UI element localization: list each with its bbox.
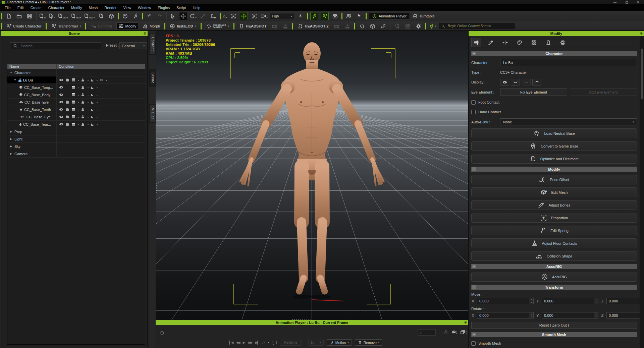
pick-hand-icon[interactable] — [66, 108, 69, 111]
move-x-spinner[interactable]: ▲▼ — [529, 298, 533, 304]
panel-splitter-handle[interactable] — [156, 185, 157, 193]
import-accessory-button[interactable]: A — [48, 13, 55, 19]
rotate-z-input[interactable] — [607, 312, 640, 318]
menu-modify[interactable]: Modify — [68, 6, 85, 10]
lighting-button[interactable]: ☀ — [297, 12, 305, 20]
menu-plugins[interactable]: Plugins — [154, 6, 173, 10]
collapse-icon[interactable]: ▶ — [9, 152, 13, 155]
menu-mesh[interactable]: Mesh — [85, 6, 101, 10]
open-project-button[interactable] — [15, 12, 23, 20]
scale-tool-button[interactable] — [199, 12, 207, 20]
tree-row-sky[interactable]: ▶Sky — [7, 143, 145, 150]
collapse-icon[interactable]: − — [472, 52, 476, 55]
tab-physics[interactable] — [558, 38, 568, 47]
conform-button[interactable]: Conform — [89, 23, 113, 30]
reset-zero-out-button[interactable]: Reset ( Zero Out ) — [471, 322, 637, 329]
mesh-cube-icon[interactable] — [72, 115, 75, 118]
instalod-button[interactable]: InstaLOD▾ — [168, 23, 198, 30]
transformer-button[interactable]: Transformer▾ — [49, 23, 83, 30]
minimize-button[interactable]: — — [613, 1, 616, 4]
undo-button[interactable]: ↶ — [145, 12, 153, 20]
move-y-input[interactable] — [542, 298, 594, 304]
fix-eye-element-button[interactable]: Fix Eye Element — [500, 89, 567, 96]
menu-render[interactable]: Render — [101, 6, 120, 10]
tree-row-tearline[interactable]: CC_Base_Tear... ▾ ▾ ▾ — [7, 121, 145, 128]
render-flag-icon[interactable] — [91, 86, 94, 89]
modify-button[interactable]: Modify — [116, 22, 138, 30]
scrollbar-thumb[interactable] — [641, 49, 643, 99]
select-tool-button[interactable] — [169, 12, 177, 20]
menu-create[interactable]: Create — [27, 6, 45, 10]
modify-panel-close-icon[interactable]: ⊗ — [640, 32, 643, 35]
render-flag-icon[interactable] — [91, 123, 94, 126]
scene-search-input[interactable] — [20, 44, 98, 48]
receive-from-button[interactable] — [404, 22, 412, 30]
tab-visual[interactable]: Visual — [149, 104, 156, 123]
play-button[interactable]: ▶ — [243, 341, 246, 344]
tab-texture[interactable] — [529, 38, 539, 47]
rotate-y-input[interactable] — [542, 312, 594, 318]
menu-window[interactable]: Window — [135, 6, 154, 10]
tab-attribute[interactable] — [471, 38, 481, 47]
tree-row-lubu[interactable]: ▼Lu Bu ▾ ▾ ▾ ⊗▾ — [7, 76, 145, 84]
frame-all-button[interactable] — [240, 12, 248, 20]
flag-button[interactable]: ⚑ — [355, 12, 363, 20]
display-eye-open-button[interactable] — [500, 79, 509, 85]
plugins-button[interactable]: ▾ — [429, 23, 436, 29]
pose-a-button[interactable] — [310, 12, 318, 20]
material-person-icon[interactable] — [81, 93, 85, 96]
headshot2-mask-icon[interactable] — [343, 22, 352, 30]
visibility-eye-icon[interactable] — [59, 116, 63, 118]
auto-blink-select[interactable]: None▾ — [500, 118, 637, 125]
export-usd-button[interactable]: USD▾ — [84, 13, 95, 19]
tree-row-light[interactable]: ▶Light — [7, 135, 145, 143]
render-quality-select[interactable]: High▾ — [270, 13, 294, 19]
camera-view-button[interactable] — [250, 12, 258, 20]
tree-row-eye[interactable]: CC_Base_Eye ▾ ▾ ▾ — [7, 99, 145, 106]
adjust-bones-button[interactable]: Adjust Bones — [471, 200, 637, 210]
menu-script[interactable]: Script — [173, 6, 189, 10]
rotate-x-spinner[interactable]: ▲▼ — [529, 312, 533, 318]
smooth-mesh-checkbox[interactable] — [471, 341, 476, 346]
collapse-icon[interactable]: − — [472, 285, 476, 289]
bake-lock-icon[interactable] — [443, 330, 448, 334]
visibility-eye-icon[interactable] — [59, 79, 63, 81]
mesh-cube-icon[interactable] — [72, 123, 75, 126]
export-pack-button[interactable] — [107, 12, 115, 20]
collision-shape-button[interactable]: Collision Shape — [471, 251, 637, 261]
home-view-button[interactable]: ⌂▾ — [223, 14, 227, 18]
mesh-cube-icon[interactable] — [72, 78, 75, 81]
subtitle-bubble-icon[interactable] — [272, 341, 277, 344]
column-name[interactable]: Name — [7, 64, 57, 69]
convert-game-base-button[interactable]: Convert to Game Base — [471, 141, 637, 151]
pose-offset-button[interactable]: Pose Offset — [471, 175, 637, 184]
remove-button[interactable]: Remove ▾ — [355, 339, 383, 346]
render-flag-icon[interactable] — [91, 79, 94, 81]
section-transform[interactable]: −Transform — [471, 285, 637, 290]
move-y-spinner[interactable]: ▲▼ — [594, 298, 598, 304]
scene-panel-close-icon[interactable]: ⊗ — [144, 32, 146, 35]
pivot-tool-button[interactable] — [209, 12, 217, 20]
crowd-button[interactable] — [331, 12, 339, 20]
export-fbx-button[interactable]: FBX▾ — [70, 13, 81, 19]
collapse-icon[interactable]: ▶ — [9, 130, 13, 133]
collapse-icon[interactable]: − — [472, 265, 476, 268]
material-person-icon[interactable] — [81, 115, 85, 118]
maximize-button[interactable]: ▢ — [625, 1, 628, 4]
tab-content[interactable]: Content — [149, 33, 156, 55]
display-lash-down-button[interactable] — [511, 79, 520, 85]
turntable-button[interactable]: Turntable — [412, 13, 435, 19]
camera-gizmo-button[interactable]: ▾ — [261, 13, 268, 19]
preset-select[interactable]: General▾ — [119, 42, 147, 49]
collapse-icon[interactable]: − — [472, 333, 476, 336]
collapse-icon[interactable]: ▶ — [9, 137, 13, 140]
render-flag-icon[interactable] — [91, 116, 94, 118]
rotate-x-input[interactable] — [477, 312, 529, 318]
display-eye-closed-button[interactable] — [532, 79, 541, 85]
character-pair-button[interactable] — [345, 12, 353, 20]
settings-gear-button[interactable] — [415, 22, 423, 30]
zbrush-link-button[interactable] — [358, 22, 366, 30]
export-file-button[interactable] — [97, 12, 105, 20]
tab-material[interactable] — [515, 38, 525, 47]
expand-icon[interactable]: ▼ — [13, 78, 17, 81]
